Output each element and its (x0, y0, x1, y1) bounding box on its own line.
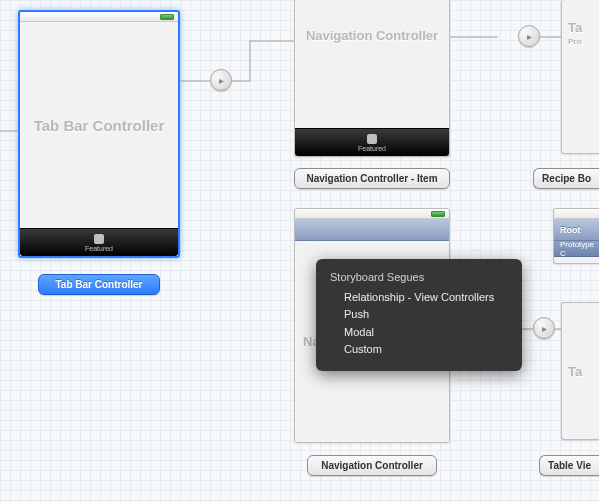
scene-subtitle-fragment: Pro (568, 37, 581, 46)
status-bar (20, 12, 178, 22)
segue-line (180, 80, 210, 82)
popup-item-custom[interactable]: Custom (330, 341, 508, 359)
right-scene-bottom[interactable]: Ta (561, 302, 599, 440)
scene-title: Navigation Controller (295, 0, 449, 128)
battery-icon (160, 14, 174, 20)
scene-label-right-bottom[interactable]: Table Vie (539, 455, 599, 476)
scene-title-fragment: Ta (568, 364, 582, 379)
star-icon (367, 134, 377, 144)
popup-item-modal[interactable]: Modal (330, 324, 508, 342)
segue-line (0, 130, 18, 132)
segue-line (450, 36, 498, 38)
scene-title-fragment: Ta (568, 20, 582, 35)
battery-icon (431, 211, 445, 217)
segue-node[interactable]: ▸ (533, 317, 555, 339)
scene-title: Tab Bar Controller (20, 22, 178, 228)
scene-label-nav-2[interactable]: Navigation Controller (307, 455, 437, 476)
popup-item-relationship[interactable]: Relationship - View Controllers (330, 289, 508, 307)
scene-label-nav-1[interactable]: Navigation Controller - Item (294, 168, 450, 189)
segue-node[interactable]: ▸ (210, 69, 232, 91)
right-scene-mid[interactable]: Root Prototype C (553, 208, 599, 264)
scene-label-tab-bar[interactable]: Tab Bar Controller (38, 274, 160, 295)
segue-line (249, 40, 251, 82)
segue-line (249, 40, 294, 42)
tab-bar: Featured (20, 228, 178, 256)
tab-label: Featured (85, 245, 113, 252)
tab-label: Featured (358, 145, 386, 152)
nav-bar (295, 219, 449, 241)
tab-bar-controller-scene[interactable]: Tab Bar Controller Featured (18, 10, 180, 258)
nav-controller-1-scene[interactable]: Navigation Controller Featured (294, 0, 450, 157)
right-scene-top[interactable]: Ta Pro (561, 0, 599, 154)
tab-bar: Featured (295, 128, 449, 156)
popup-item-push[interactable]: Push (330, 306, 508, 324)
star-icon (94, 234, 104, 244)
status-bar (295, 209, 449, 219)
segue-node[interactable]: ▸ (518, 25, 540, 47)
segue-line (231, 80, 251, 82)
scene-label-right-top[interactable]: Recipe Bo (533, 168, 599, 189)
popup-header: Storyboard Segues (330, 269, 508, 287)
segue-popup: Storyboard Segues Relationship - View Co… (316, 259, 522, 371)
cell-fragment: Prototype C (554, 241, 599, 257)
nav-bar-fragment: Root (554, 219, 599, 241)
